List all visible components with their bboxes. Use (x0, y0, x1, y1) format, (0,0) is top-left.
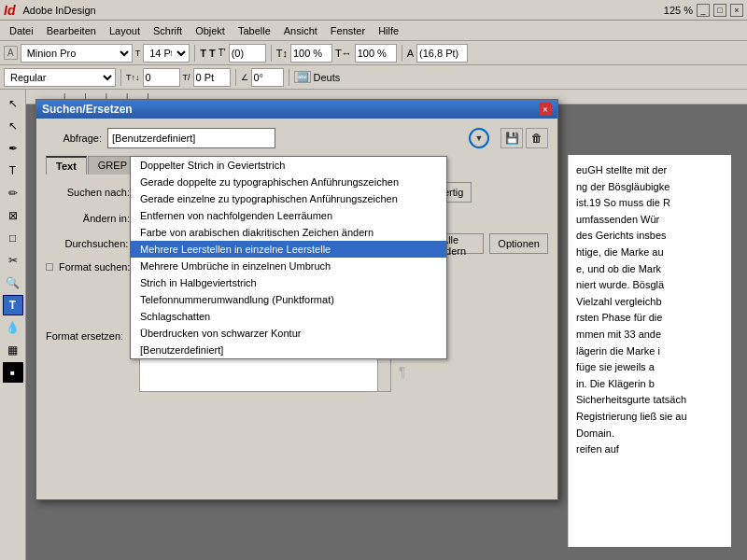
scale-v-icon: T↔ (335, 48, 352, 59)
abfrage-label: Abfrage: (46, 133, 102, 144)
baseline-icon: T↑↓ (126, 73, 140, 82)
dropdown-item-2[interactable]: Gerade einzelne zu typographischen Anfüh… (131, 190, 446, 207)
separator-4 (120, 69, 121, 86)
text-tool[interactable]: T (3, 161, 23, 181)
app-title-left: Id Adobe InDesign (4, 3, 96, 18)
scale-v-input[interactable] (355, 44, 397, 63)
text-content: euGH stellte mit derng der Bösgläubigkei… (576, 162, 724, 458)
tools-panel: ↖ ↖ ✒ T ✏ ⊠ □ ✂ 🔍 T 💧 ▦ ■ (0, 90, 26, 560)
select-tool[interactable]: ↖ (3, 93, 23, 114)
scale-h-input[interactable] (290, 44, 332, 63)
rectangle-tool[interactable]: □ (3, 228, 23, 248)
menu-tabelle[interactable]: Tabelle (233, 23, 276, 38)
scissors-tool[interactable]: ✂ (3, 250, 23, 271)
aendern-label: Ändern in: (46, 213, 130, 224)
menu-bearbeiten[interactable]: Bearbeiten (41, 23, 102, 38)
menu-layout[interactable]: Layout (104, 23, 146, 38)
suchen-ersetzen-dialog: Suchen/Ersetzen × Abfrage: ▼ 💾 🗑 (35, 99, 558, 500)
scale-h-icon: T↕ (276, 48, 288, 59)
dropdown-item-3[interactable]: Entfernen von nachfolgenden Leerräumen (131, 207, 446, 224)
pencil-tool[interactable]: ✏ (3, 183, 23, 203)
font-family-label: A (4, 46, 18, 60)
gradient-tool[interactable]: ▦ (3, 340, 23, 360)
dropdown-item-1[interactable]: Gerade doppelte zu typographischen Anfüh… (131, 174, 446, 190)
menu-bar: Datei Bearbeiten Layout Schrift Objekt T… (0, 21, 747, 41)
app-logo: Id (4, 3, 15, 18)
durchsuchen-label: Durchsuchen: (46, 238, 128, 249)
font-family-select[interactable]: Minion Pro (21, 44, 133, 63)
delete-preset-btn[interactable]: 🗑 (526, 128, 548, 148)
format-suchen-text: Format suchen: (59, 261, 130, 273)
lang-flag: 🔤 (294, 71, 311, 83)
skew-input[interactable] (193, 68, 231, 87)
optionen-btn[interactable]: Optionen (489, 233, 548, 254)
separator-3 (402, 45, 402, 62)
separator-5 (235, 69, 236, 86)
pen-tool[interactable]: ✒ (3, 138, 23, 159)
app-titlebar: Id Adobe InDesign 125 % _ □ × (0, 0, 747, 21)
dropdown-item-6[interactable]: Mehrere Umbrüche in einzelnen Umbruch (131, 258, 446, 274)
dropdown-item-11[interactable]: [Benutzerdefiniert] (131, 342, 446, 358)
abfrage-row: Abfrage: ▼ 💾 🗑 (46, 128, 548, 148)
suchen-label: Suchen nach: (46, 187, 130, 198)
save-preset-btn[interactable]: 💾 (500, 128, 523, 148)
menu-fenster[interactable]: Fenster (325, 23, 371, 38)
dialog-overlay: Suchen/Ersetzen × Abfrage: ▼ 💾 🗑 (26, 90, 747, 560)
format-ersetzen-text: Format ersetzen: (46, 330, 123, 342)
baseline-input[interactable] (143, 68, 180, 87)
dropdown-item-10[interactable]: Überdrucken von schwarzer Kontur (131, 325, 446, 342)
format-suchen-icon (46, 263, 53, 271)
dropdown-item-8[interactable]: Telefonnummerumwandlung (Punktformat) (131, 291, 446, 308)
dropdown-item-9[interactable]: Schlagschatten (131, 308, 446, 325)
separator-2 (271, 45, 272, 62)
separator-6 (289, 69, 289, 86)
dropdown-item-4[interactable]: Farbe von arabischen diakritischen Zeich… (131, 224, 446, 241)
app-title-right: 125 % _ □ × (664, 4, 743, 17)
lang-label: Deuts (314, 72, 341, 83)
main-area: ||||| Suchen/Ersetzen × Abfrage: ▼ (26, 90, 747, 560)
kerning-icon: A (407, 48, 414, 59)
menu-hilfe[interactable]: Hilfe (373, 23, 404, 38)
menu-datei[interactable]: Datei (4, 23, 39, 38)
dialog-content: Abfrage: ▼ 💾 🗑 Doppelter Str (36, 119, 557, 401)
tracking-label-t2: T' (218, 48, 226, 58)
tab-text[interactable]: Text (46, 156, 87, 175)
font-size-icon: T (135, 49, 141, 58)
dialog-close-btn[interactable]: × (539, 103, 552, 116)
separator-1 (194, 45, 195, 62)
toolbar-1: A Minion Pro T 14 Pt T T T' T↕ T↔ A (0, 41, 747, 65)
font-size-select[interactable]: 14 Pt (143, 44, 190, 63)
dialog-title: Suchen/Ersetzen (42, 103, 133, 116)
toolbar-2: Regular T↑↓ T/ ∠ 🔤 Deuts (0, 65, 747, 90)
angle-icon: ∠ (241, 73, 248, 82)
zoom-label: 125 % (664, 5, 693, 16)
menu-objekt[interactable]: Objekt (190, 23, 231, 38)
dropdown-item-7[interactable]: Strich in Halbgeviertstrich (131, 274, 446, 291)
dialog-titlebar: Suchen/Ersetzen × (36, 100, 557, 119)
text-frame-tool[interactable]: T (3, 295, 23, 315)
maximize-btn[interactable]: □ (713, 4, 726, 17)
close-btn[interactable]: × (730, 4, 743, 17)
dropdown-item-5[interactable]: Mehrere Leerstellen in einzelne Leerstel… (131, 241, 446, 258)
rectangle-frame-tool[interactable]: ⊠ (3, 205, 23, 226)
format-ersetzen-para-icon[interactable]: ¶ (399, 364, 412, 379)
abfrage-dropdown-btn[interactable]: ▼ (469, 128, 489, 148)
eyedropper-tool[interactable]: 💧 (3, 317, 23, 338)
kerning-input[interactable] (416, 44, 468, 63)
abfrage-dropdown-menu[interactable]: Doppelter Strich in Geviertstrich Gerade… (130, 156, 447, 359)
style-select[interactable]: Regular (4, 68, 116, 87)
menu-schrift[interactable]: Schrift (148, 23, 188, 38)
minimize-btn[interactable]: _ (697, 4, 710, 17)
app-title: Adobe InDesign (22, 5, 95, 16)
zoom-tool[interactable]: 🔍 (3, 273, 23, 293)
tracking-input[interactable] (229, 44, 266, 63)
direct-select-tool[interactable]: ↖ (3, 116, 23, 136)
dropdown-item-0[interactable]: Doppelter Strich in Geviertstrich (131, 157, 446, 174)
text-panel: euGH stellte mit derng der Bösgläubigkei… (568, 155, 731, 547)
skew-icon: T/ (183, 73, 190, 82)
color-swatch[interactable]: ■ (3, 362, 23, 383)
tracking-label-t: T T (200, 48, 216, 59)
menu-ansicht[interactable]: Ansicht (278, 23, 323, 38)
angle-input[interactable] (251, 68, 284, 87)
abfrage-input[interactable] (107, 128, 275, 148)
